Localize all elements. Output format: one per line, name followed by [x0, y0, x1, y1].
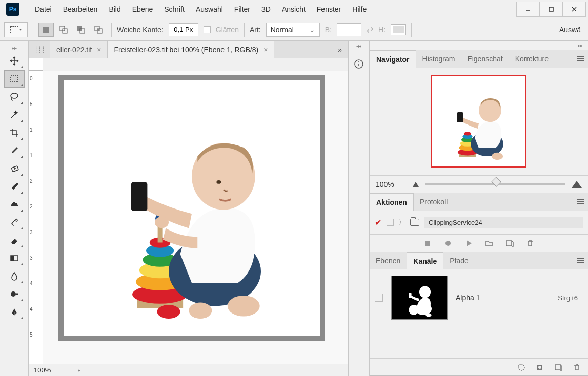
- app-icon: Ps: [6, 3, 19, 16]
- channel-name: Alpha 1: [456, 294, 550, 302]
- feather-input[interactable]: [169, 23, 198, 36]
- menu-schrift[interactable]: Schrift: [159, 2, 190, 16]
- crop-tool-icon[interactable]: [4, 124, 25, 141]
- svg-rect-50: [425, 241, 430, 246]
- vertical-ruler[interactable]: 0 5 1 1 2 2 3 3 4 4 5: [29, 71, 43, 364]
- selection-new-icon[interactable]: [38, 23, 54, 37]
- channel-thumbnail: [391, 276, 448, 320]
- save-selection-icon[interactable]: [536, 363, 544, 371]
- ruler-origin[interactable]: [29, 58, 43, 71]
- menu-filter[interactable]: Filter: [229, 2, 255, 16]
- svg-point-57: [409, 305, 418, 315]
- zoom-in-icon[interactable]: [572, 181, 582, 188]
- navigator-zoom-value[interactable]: 100%: [376, 180, 407, 189]
- check-icon[interactable]: ✔: [375, 218, 381, 227]
- dock-collapse-icon[interactable]: ◂◂: [356, 43, 361, 52]
- menu-datei[interactable]: Datei: [30, 2, 57, 16]
- expand-arrow-icon[interactable]: 〉: [399, 218, 405, 227]
- selection-add-icon[interactable]: [56, 23, 71, 37]
- new-channel-icon[interactable]: [554, 363, 562, 371]
- zoom-out-icon[interactable]: [413, 182, 419, 187]
- close-button[interactable]: [562, 2, 586, 17]
- move-tool-icon[interactable]: [4, 52, 25, 70]
- clone-stamp-tool-icon[interactable]: [4, 196, 25, 213]
- tab-kanaele[interactable]: Kanäle: [407, 252, 443, 269]
- new-folder-icon[interactable]: [485, 239, 493, 247]
- trash-icon[interactable]: [573, 363, 581, 371]
- svg-rect-12: [11, 76, 18, 82]
- visibility-toggle-icon[interactable]: [375, 294, 383, 302]
- select-and-mask-button[interactable]: Auswä: [556, 18, 584, 40]
- style-dropdown[interactable]: Normal⌄: [266, 23, 320, 37]
- panel-menu-icon[interactable]: [573, 50, 588, 68]
- pen-tool-icon[interactable]: [4, 303, 25, 321]
- doc-tab-active[interactable]: Freisteller-023.tif bei 100% (Ebene 1, R…: [108, 41, 274, 58]
- tab-overflow-icon[interactable]: »: [332, 41, 348, 58]
- eraser-tool-icon[interactable]: [4, 232, 25, 249]
- panel-menu-icon[interactable]: [573, 193, 588, 211]
- selection-subtract-icon[interactable]: [73, 23, 89, 37]
- menu-fenster[interactable]: Fenster: [312, 2, 346, 16]
- info-panel-icon[interactable]: [351, 56, 367, 72]
- navigator-thumbnail[interactable]: [431, 75, 526, 168]
- load-selection-icon[interactable]: [517, 363, 525, 371]
- new-action-icon[interactable]: [505, 239, 514, 247]
- maximize-button[interactable]: [539, 2, 563, 17]
- history-brush-tool-icon[interactable]: [4, 214, 25, 231]
- status-zoom[interactable]: 100%: [34, 366, 75, 374]
- tab-protokoll[interactable]: Protokoll: [414, 193, 454, 211]
- svg-point-31: [216, 180, 221, 184]
- svg-point-34: [189, 303, 212, 319]
- menu-bar: Datei Bearbeiten Bild Ebene Schrift Ausw…: [30, 2, 372, 16]
- canvas[interactable]: [58, 75, 325, 341]
- eyedropper-tool-icon[interactable]: [4, 142, 25, 159]
- status-chevron-icon[interactable]: ▸: [78, 367, 80, 373]
- menu-bearbeiten[interactable]: Bearbeiten: [58, 2, 103, 16]
- dialog-toggle-icon[interactable]: [387, 219, 394, 226]
- zoom-slider[interactable]: [425, 183, 565, 185]
- tab-korrekturen[interactable]: Korrekture: [509, 50, 555, 68]
- brush-tool-icon[interactable]: [4, 178, 25, 195]
- menu-ansicht[interactable]: Ansicht: [277, 2, 311, 16]
- menu-hilfe[interactable]: Hilfe: [347, 2, 372, 16]
- close-icon[interactable]: ×: [97, 46, 101, 54]
- feather-label: Weiche Kante:: [117, 26, 164, 34]
- tab-drag-handle[interactable]: ┊┊┊: [29, 41, 50, 58]
- close-icon[interactable]: ×: [263, 46, 268, 54]
- swap-icon[interactable]: ⇄: [367, 25, 373, 34]
- blur-tool-icon[interactable]: [4, 267, 25, 285]
- record-icon[interactable]: [444, 239, 452, 247]
- minimize-button[interactable]: [516, 2, 540, 17]
- tab-pfade[interactable]: Pfade: [443, 252, 475, 269]
- tab-histogram[interactable]: Histogram: [416, 50, 461, 68]
- lasso-tool-icon[interactable]: [4, 88, 25, 106]
- panel-menu-icon[interactable]: [573, 252, 588, 269]
- play-icon[interactable]: [464, 239, 473, 247]
- healing-brush-tool-icon[interactable]: [4, 160, 25, 177]
- tool-preset-picker[interactable]: ▾: [4, 22, 28, 37]
- svg-point-49: [492, 153, 503, 160]
- toolbar-expand-icon[interactable]: ▸▸: [0, 43, 28, 52]
- svg-point-18: [11, 291, 16, 297]
- tab-eigenschaften[interactable]: Eigenschaf: [461, 50, 509, 68]
- channel-row[interactable]: Alpha 1 Strg+6: [375, 275, 583, 321]
- trash-icon[interactable]: [526, 239, 534, 247]
- action-set-row[interactable]: ✔ 〉 ClippingService24: [375, 215, 583, 230]
- menu-3d[interactable]: 3D: [256, 2, 276, 16]
- svg-point-55: [419, 286, 431, 298]
- menu-auswahl[interactable]: Auswahl: [191, 2, 228, 16]
- tab-ebenen[interactable]: Ebenen: [370, 252, 407, 269]
- svg-rect-17: [11, 256, 14, 261]
- gradient-tool-icon[interactable]: [4, 249, 25, 267]
- dodge-tool-icon[interactable]: [4, 285, 25, 303]
- menu-bild[interactable]: Bild: [104, 2, 126, 16]
- selection-intersect-icon[interactable]: [91, 23, 106, 37]
- menu-ebene[interactable]: Ebene: [127, 2, 158, 16]
- doc-tab-inactive[interactable]: eller-022.tif×: [50, 41, 108, 58]
- marquee-tool-icon[interactable]: [4, 70, 25, 88]
- tab-aktionen[interactable]: Aktionen: [370, 193, 414, 211]
- tab-navigator[interactable]: Navigator: [370, 50, 416, 68]
- stop-icon[interactable]: [423, 239, 432, 247]
- magic-wand-tool-icon[interactable]: [4, 106, 25, 123]
- panels-collapse-icon[interactable]: ▸▸: [370, 41, 588, 50]
